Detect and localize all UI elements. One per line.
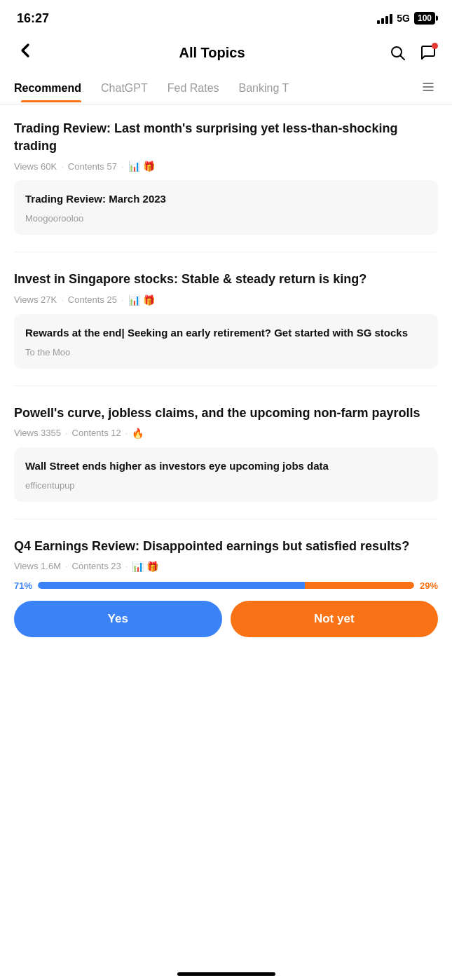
preview-card[interactable]: Rewards at the end| Seeking an early ret… [14, 314, 438, 369]
tab-recommend[interactable]: Recommend [11, 75, 91, 102]
chart-icon: 📊 [128, 294, 140, 306]
preview-card-title: Trading Review: March 2023 [25, 191, 427, 206]
no-percentage: 29% [420, 580, 438, 591]
search-button[interactable] [388, 43, 407, 62]
preview-card-title: Rewards at the end| Seeking an early ret… [25, 325, 427, 340]
topic-item-poll: Q4 Earnings Review: Disappointed earning… [14, 522, 438, 591]
topic-meta: Views 1.6M · Contents 23 · 📊 🎁 [14, 561, 438, 572]
preview-card[interactable]: Wall Street ends higher as investors eye… [14, 447, 438, 502]
divider [14, 519, 438, 519]
meta-separator: · [61, 294, 64, 305]
battery-icon: 100 [414, 12, 435, 25]
preview-card-author: To the Moo [25, 347, 427, 358]
topic-meta: Views 60K · Contents 57 · 📊 🎁 [14, 161, 438, 172]
chart-icon: 📊 [128, 161, 140, 172]
message-button[interactable] [418, 43, 438, 62]
topic-views: Views 27K [14, 294, 57, 305]
progress-track [38, 582, 414, 589]
poll-buttons-container: Yes Not yet [0, 601, 452, 651]
topic-title: Trading Review: Last month's surprising … [14, 120, 438, 155]
poll-buttons: Yes Not yet [14, 601, 438, 651]
main-content: Trading Review: Last month's surprising … [0, 104, 452, 591]
status-icons: 5G 100 [377, 12, 435, 25]
status-time: 16:27 [17, 11, 49, 26]
topic-views: Views 3355 [14, 428, 61, 438]
topic-item: Invest in Singapore stocks: Stable & ste… [14, 255, 438, 382]
preview-card-title: Wall Street ends higher as investors eye… [25, 458, 427, 473]
svg-line-1 [401, 56, 405, 60]
gift-icon: 🎁 [143, 294, 155, 306]
nav-header: All Topics [0, 34, 452, 73]
yes-percentage: 71% [14, 580, 32, 591]
notification-dot [432, 43, 438, 49]
home-indicator [0, 965, 452, 980]
back-button[interactable] [14, 39, 36, 66]
status-bar: 16:27 5G 100 [0, 0, 452, 34]
nav-icons [388, 43, 438, 62]
topic-meta: Views 27K · Contents 25 · 📊 🎁 [14, 294, 438, 306]
network-status: 5G [397, 13, 410, 24]
topic-icons: 📊 🎁 [132, 561, 158, 572]
tabs-more-button[interactable] [416, 73, 441, 104]
tabs-container: Recommend ChatGPT Fed Rates Banking T [0, 73, 452, 104]
home-bar [177, 972, 275, 976]
meta-separator: · [65, 428, 68, 438]
topic-views: Views 1.6M [14, 561, 61, 571]
page-title: All Topics [179, 45, 245, 61]
meta-separator: · [125, 428, 128, 438]
tab-chatgpt[interactable]: ChatGPT [91, 75, 158, 102]
no-bar [305, 582, 414, 589]
meta-separator: · [121, 161, 124, 172]
topic-contents: Contents 23 [72, 561, 121, 571]
fire-icon: 🔥 [132, 428, 144, 439]
preview-card-author: efficentupup [25, 480, 427, 491]
meta-separator: · [121, 294, 124, 305]
tab-fed-rates[interactable]: Fed Rates [158, 75, 229, 102]
topic-contents: Contents 57 [68, 161, 117, 172]
tab-banking[interactable]: Banking T [229, 75, 299, 102]
yes-bar [38, 582, 305, 589]
divider [14, 252, 438, 252]
topic-title: Powell's curve, jobless claims, and the … [14, 404, 438, 422]
topic-title: Invest in Singapore stocks: Stable & ste… [14, 271, 438, 288]
poll-progress: 71% 29% [14, 580, 438, 591]
topic-meta: Views 3355 · Contents 12 · 🔥 [14, 428, 438, 439]
topic-title: Q4 Earnings Review: Disappointed earning… [14, 538, 438, 555]
preview-card[interactable]: Trading Review: March 2023 Moogoorooloo [14, 180, 438, 235]
topic-icons: 🔥 [132, 428, 144, 439]
topic-item: Trading Review: Last month's surprising … [14, 104, 438, 249]
chart-icon: 📊 [132, 561, 144, 572]
not-yet-button[interactable]: Not yet [231, 601, 439, 637]
divider [14, 386, 438, 386]
topic-views: Views 60K [14, 161, 57, 172]
topic-item: Powell's curve, jobless claims, and the … [14, 389, 438, 516]
topic-contents: Contents 12 [72, 428, 121, 438]
meta-separator: · [65, 561, 68, 571]
gift-icon: 🎁 [146, 561, 158, 572]
meta-separator: · [61, 161, 64, 172]
meta-separator: · [125, 561, 128, 571]
preview-card-author: Moogoorooloo [25, 213, 427, 224]
topic-icons: 📊 🎁 [128, 294, 155, 306]
signal-bars-icon [377, 13, 392, 24]
topic-icons: 📊 🎁 [128, 161, 155, 172]
yes-button[interactable]: Yes [14, 601, 222, 637]
topic-contents: Contents 25 [68, 294, 117, 305]
gift-icon: 🎁 [143, 161, 155, 172]
